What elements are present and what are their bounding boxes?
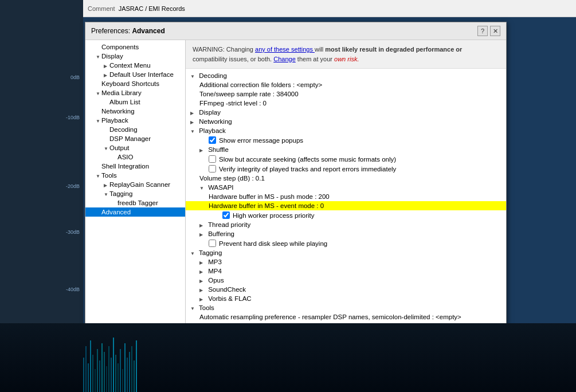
svg-rect-2 — [88, 363, 89, 392]
section-shuffle[interactable]: ▶ Shuffle — [186, 145, 506, 154]
svg-rect-9 — [104, 352, 105, 392]
checkbox-prevent-sleep[interactable] — [209, 240, 216, 247]
sidebar-item-album-list[interactable]: Album List — [85, 97, 185, 107]
svg-rect-7 — [99, 360, 100, 392]
sidebar-item-shell[interactable]: Shell Integration — [85, 162, 185, 171]
item-volume-step[interactable]: Volume step (dB) : 0.1 — [186, 174, 506, 183]
item-show-error-popups[interactable]: Show error message popups — [186, 135, 506, 145]
svg-rect-4 — [92, 355, 93, 392]
label-show-error: Show error message popups — [219, 137, 303, 144]
db-label-20: -20dB — [66, 183, 80, 189]
warning-prefix: WARNING: Changing — [193, 46, 255, 53]
label-high-priority: High worker process priority — [233, 212, 315, 219]
section-mp3[interactable]: ▶ MP3 — [186, 257, 506, 266]
sidebar-item-asio[interactable]: ASIO — [85, 152, 185, 162]
section-display[interactable]: ▶ Display — [186, 108, 506, 117]
section-buffering[interactable]: ▶ Buffering — [186, 229, 506, 238]
checkbox-high-priority[interactable] — [222, 211, 230, 219]
comment-label: Comment — [88, 5, 115, 12]
db-label-30: -30dB — [66, 229, 80, 235]
item-ffmpeg-strict[interactable]: FFmpeg -strict level : 0 — [186, 99, 506, 108]
section-tagging[interactable]: ▼ Tagging — [186, 248, 506, 257]
section-vorbis-flac[interactable]: ▶ Vorbis & FLAC — [186, 294, 506, 303]
close-button[interactable]: ✕ — [490, 26, 500, 36]
svg-rect-23 — [136, 340, 137, 392]
sidebar-item-display[interactable]: ▼Display — [85, 52, 185, 61]
section-playback[interactable]: ▼ Playback — [186, 126, 506, 135]
section-thread-priority[interactable]: ▶ Thread priority — [186, 220, 506, 229]
top-bar: Comment JASRAC / EMI Records — [83, 0, 576, 17]
item-high-priority[interactable]: High worker process priority — [186, 210, 506, 220]
section-networking[interactable]: ▶ Networking — [186, 117, 506, 126]
sidebar-item-networking[interactable]: Networking — [85, 107, 185, 116]
db-label-0: 0dB — [70, 75, 80, 80]
svg-rect-14 — [115, 355, 116, 392]
warning-them: them at your — [296, 56, 334, 62]
sidebar-item-media-library[interactable]: ▼Media Library — [85, 88, 185, 97]
title-prefix: Preferences: — [91, 27, 132, 35]
sidebar-item-default-ui[interactable]: ▶Default User Interface — [85, 70, 185, 79]
warning-change: Change — [273, 56, 296, 62]
svg-rect-11 — [108, 346, 109, 392]
svg-rect-17 — [122, 369, 123, 392]
sidebar-item-keyboard[interactable]: Keyboard Shortcuts — [85, 79, 185, 88]
db-label-40: -40dB — [66, 287, 80, 292]
warning-will: will — [315, 46, 325, 53]
item-auto-resample[interactable]: Automatic resampling preference - resamp… — [186, 312, 506, 322]
item-correction-folders[interactable]: Additional correction file folders : <em… — [186, 80, 506, 89]
sidebar-item-dsp[interactable]: DSP Manager — [85, 134, 185, 143]
section-decoding[interactable]: ▼ Decoding — [186, 71, 506, 80]
sidebar-item-context-menu[interactable]: ▶Context Menu — [85, 61, 185, 70]
section-mp4[interactable]: ▶ MP4 — [186, 266, 506, 276]
dialog-titlebar: Preferences: Advanced ? ✕ — [85, 22, 506, 40]
settings-area[interactable]: ▼ Decoding Additional correction file fo… — [186, 69, 506, 338]
dialog-title: Preferences: Advanced — [91, 27, 165, 35]
svg-rect-21 — [131, 346, 132, 392]
spectrum-svg — [0, 323, 576, 392]
svg-rect-19 — [127, 358, 128, 392]
warning-own: own risk. — [334, 56, 359, 62]
item-sample-rate[interactable]: Tone/sweep sample rate : 384000 — [186, 89, 506, 99]
item-hw-buffer-event[interactable]: Hardware buffer in MS - event mode : 0 — [186, 201, 506, 210]
svg-rect-16 — [120, 349, 121, 392]
svg-rect-6 — [97, 349, 98, 392]
title-section: Advanced — [132, 27, 164, 35]
item-verify-integrity[interactable]: Verify integrity of played tracks and re… — [186, 164, 506, 174]
spectrum-background — [0, 323, 576, 392]
sidebar-item-freedb[interactable]: freedb Tagger — [85, 198, 185, 207]
svg-rect-1 — [85, 346, 87, 392]
svg-rect-18 — [124, 343, 126, 392]
sidebar-item-decoding[interactable]: Decoding — [85, 125, 185, 134]
item-prevent-sleep[interactable]: Prevent hard disk sleep while playing — [186, 238, 506, 248]
section-wasapi[interactable]: ▼ WASAPI — [186, 183, 506, 192]
sidebar-item-components[interactable]: Components — [85, 42, 185, 52]
sidebar-item-playback[interactable]: ▼Playback — [85, 116, 185, 125]
svg-rect-8 — [101, 343, 103, 392]
sidebar-item-tagging[interactable]: ▼Tagging — [85, 189, 185, 198]
svg-rect-20 — [129, 352, 130, 392]
item-slow-seek[interactable]: Slow but accurate seeking (affects some … — [186, 154, 506, 164]
label-verify: Verify integrity of played tracks and re… — [219, 166, 396, 173]
warning-bar: WARNING: Changing any of these settings … — [186, 40, 506, 69]
sidebar-item-tools[interactable]: ▼Tools — [85, 171, 185, 180]
section-tools[interactable]: ▼ Tools — [186, 303, 506, 312]
help-button[interactable]: ? — [477, 26, 488, 36]
checkbox-slow-seek[interactable] — [209, 155, 216, 163]
sidebar-item-replaygain[interactable]: ▶ReplayGain Scanner — [85, 180, 185, 189]
checkbox-verify[interactable] — [209, 165, 216, 173]
item-hw-buffer-push[interactable]: Hardware buffer in MS - push mode : 200 — [186, 192, 506, 201]
checkbox-show-error[interactable] — [209, 136, 216, 144]
content-panel: WARNING: Changing any of these settings … — [186, 40, 506, 338]
svg-rect-13 — [113, 338, 114, 392]
svg-rect-12 — [111, 358, 112, 392]
section-opus[interactable]: ▶ Opus — [186, 276, 506, 285]
warning-compat: compatibility issues, or both. — [193, 56, 273, 62]
label-prevent-sleep: Prevent hard disk sleep while playing — [219, 240, 327, 247]
titlebar-buttons: ? ✕ — [477, 26, 500, 36]
left-tree-panel: Components ▼Display ▶Context Menu ▶Defau… — [85, 40, 186, 338]
warning-likely: most likely result in degraded performan… — [325, 46, 462, 53]
sidebar-item-output[interactable]: ▼Output — [85, 143, 185, 152]
sidebar-item-advanced[interactable]: Advanced — [85, 207, 185, 217]
section-soundcheck[interactable]: ▶ SoundCheck — [186, 285, 506, 294]
svg-rect-15 — [117, 363, 119, 392]
